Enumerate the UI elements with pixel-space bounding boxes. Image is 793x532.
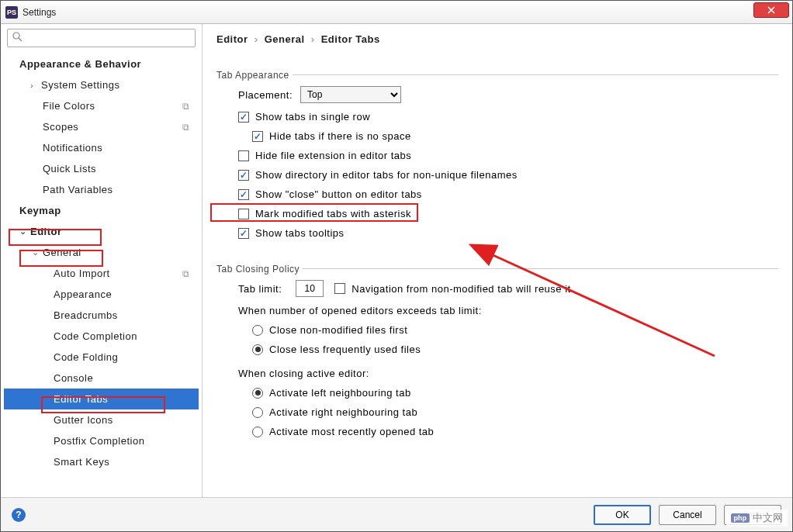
- closing-active-label: When closing active editor:: [216, 368, 778, 379]
- checkbox-hide-no-space[interactable]: Hide tabs if there is no space: [216, 130, 778, 142]
- tree-item-label: Quick Lists: [43, 163, 96, 174]
- copy-icon: ⧉: [182, 122, 190, 133]
- radio-close-non-modified[interactable]: Close non-modified files first: [216, 324, 778, 336]
- tree-item-appearance-behavior[interactable]: Appearance & Behavior: [4, 54, 199, 74]
- tree-item-label: Editor: [30, 226, 62, 237]
- php-logo-icon: php: [731, 513, 750, 523]
- tree-item-keymap[interactable]: Keymap: [4, 200, 199, 221]
- tree-item-notifications[interactable]: Notifications: [4, 137, 199, 158]
- tree-item-gutter-icons[interactable]: Gutter Icons: [4, 409, 199, 430]
- tree-item-code-completion[interactable]: Code Completion: [4, 326, 199, 347]
- tree-item-path-variables[interactable]: Path Variables: [4, 179, 199, 200]
- checkbox-single-row[interactable]: Show tabs in single row: [216, 111, 778, 123]
- tree-item-editor[interactable]: ⌄Editor: [4, 221, 199, 242]
- tree-item-console[interactable]: Console: [4, 368, 199, 389]
- tree-item-label: File Colors: [43, 100, 95, 112]
- section-title-closing: Tab Closing Policy: [213, 264, 303, 275]
- ok-button[interactable]: OK: [594, 505, 651, 525]
- radio-activate-right[interactable]: Activate right neighbouring tab: [216, 406, 778, 418]
- tree-item-editor-tabs[interactable]: Editor Tabs: [4, 389, 199, 409]
- tree-item-breadcrumbs[interactable]: Breadcrumbs: [4, 305, 199, 326]
- window-title: Settings: [23, 7, 56, 18]
- tree-item-code-folding[interactable]: Code Folding: [4, 347, 199, 368]
- tree-item-label: Appearance & Behavior: [19, 58, 141, 70]
- search-icon: [12, 32, 23, 44]
- cancel-button[interactable]: Cancel: [659, 505, 716, 525]
- close-button[interactable]: [753, 2, 789, 18]
- checkbox-hide-ext[interactable]: Hide file extension in editor tabs: [216, 150, 778, 161]
- tree-item-file-colors[interactable]: File Colors⧉: [4, 95, 199, 116]
- tree-item-label: Auto Import: [54, 268, 110, 279]
- breadcrumb-sep: ›: [311, 33, 315, 45]
- tree-item-label: Path Variables: [43, 184, 113, 195]
- tree-item-label: General: [43, 247, 81, 258]
- radio-activate-left[interactable]: Activate left neighbouring tab: [216, 387, 778, 399]
- breadcrumb-part: Editor: [216, 33, 248, 45]
- tree-item-appearance[interactable]: Appearance: [4, 284, 199, 305]
- search-input[interactable]: [7, 29, 196, 47]
- placement-label: Placement:: [238, 89, 293, 101]
- checkbox-mark-asterisk[interactable]: Mark modified tabs with asterisk: [216, 208, 778, 219]
- tree-item-label: Scopes: [43, 121, 78, 133]
- checkbox-show-close[interactable]: Show "close" button on editor tabs: [216, 188, 778, 200]
- settings-main-panel: Editor › General › Editor Tabs Tab Appea…: [203, 24, 792, 497]
- tab-limit-input[interactable]: [296, 280, 324, 297]
- tree-item-system-settings[interactable]: ›System Settings: [4, 74, 199, 95]
- chevron-icon: ⌄: [32, 247, 43, 257]
- chevron-icon: ⌄: [19, 226, 30, 237]
- svg-line-1: [19, 38, 22, 41]
- tree-item-smart-keys[interactable]: Smart Keys: [4, 451, 199, 472]
- close-icon: [767, 6, 775, 14]
- checkbox-nav-reuse[interactable]: [334, 283, 345, 294]
- radio-activate-recent[interactable]: Activate most recently opened tab: [216, 426, 778, 437]
- watermark: php 中文网: [726, 510, 788, 527]
- help-button[interactable]: ?: [12, 508, 26, 522]
- section-title-appearance: Tab Appearance: [213, 70, 293, 81]
- placement-select[interactable]: Top: [300, 86, 401, 103]
- tree-item-label: Console: [54, 372, 93, 384]
- tree-item-auto-import[interactable]: Auto Import⧉: [4, 263, 199, 284]
- chevron-icon: ›: [30, 81, 41, 90]
- tree-item-label: Postfix Completion: [54, 435, 144, 447]
- tree-item-label: Notifications: [43, 142, 102, 154]
- dialog-footer: ? OK Cancel Apply: [1, 497, 792, 531]
- checkbox-show-dir[interactable]: Show directory in editor tabs for non-un…: [216, 169, 778, 181]
- checkbox-show-tooltips[interactable]: Show tabs tooltips: [216, 227, 778, 239]
- tree-item-quick-lists[interactable]: Quick Lists: [4, 158, 199, 179]
- tree-item-label: Appearance: [54, 288, 112, 300]
- breadcrumb-part: General: [265, 33, 305, 45]
- tree-item-label: Code Folding: [54, 351, 118, 363]
- exceeds-label: When number of opened editors exceeds ta…: [216, 305, 778, 316]
- tree-item-label: Gutter Icons: [54, 414, 113, 426]
- svg-point-0: [13, 33, 19, 39]
- breadcrumb-sep: ›: [255, 33, 258, 45]
- copy-icon: ⧉: [182, 268, 190, 279]
- tree-item-label: Editor Tabs: [54, 393, 108, 405]
- radio-close-less-frequent[interactable]: Close less frequently used files: [216, 344, 778, 355]
- tree-item-general[interactable]: ⌄General: [4, 242, 199, 263]
- tree-item-label: System Settings: [41, 79, 119, 91]
- tab-limit-label: Tab limit:: [238, 283, 282, 295]
- settings-tree: Appearance & Behavior›System SettingsFil…: [4, 54, 199, 497]
- settings-sidebar: Appearance & Behavior›System SettingsFil…: [1, 24, 203, 497]
- tree-item-label: Breadcrumbs: [54, 309, 118, 321]
- titlebar: PS Settings: [1, 1, 792, 24]
- breadcrumb: Editor › General › Editor Tabs: [216, 33, 778, 45]
- tree-item-label: Code Completion: [54, 330, 137, 342]
- app-icon: PS: [5, 6, 18, 19]
- tree-item-label: Smart Keys: [54, 456, 109, 468]
- copy-icon: ⧉: [182, 101, 190, 112]
- tree-item-label: Keymap: [19, 205, 61, 216]
- tree-item-scopes[interactable]: Scopes⧉: [4, 116, 199, 137]
- breadcrumb-part: Editor Tabs: [321, 33, 380, 45]
- tree-item-postfix-completion[interactable]: Postfix Completion: [4, 430, 199, 451]
